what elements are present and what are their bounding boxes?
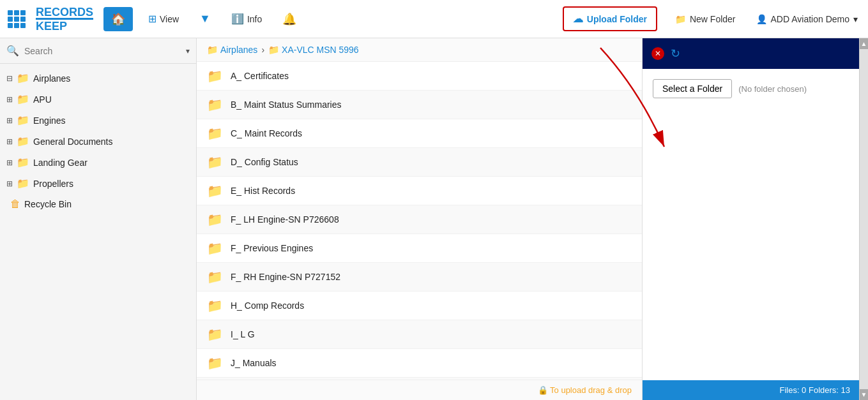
breadcrumb-airplanes[interactable]: 📁 Airplanes	[207, 45, 257, 55]
file-folder-icon: 📁	[207, 355, 223, 371]
no-folder-text: (No folder chosen)	[738, 84, 807, 94]
expand-icon: ⊞	[6, 158, 13, 167]
breadcrumb-separator: ›	[261, 45, 264, 55]
new-folder-icon: 📁	[675, 14, 686, 24]
sidebar-tree: ⊟📁Airplanes⊞📁APU⊞📁Engines⊞📁General Docum…	[0, 64, 196, 400]
expand-icon: ⊞	[6, 137, 13, 146]
file-folder-icon: 📁	[207, 298, 223, 313]
scrollbar[interactable]: ▲ ▼	[859, 38, 868, 400]
new-folder-button[interactable]: 📁 New Folder	[667, 9, 743, 29]
file-name: I_ L G	[231, 329, 255, 339]
file-name: H_ Comp Records	[231, 300, 304, 311]
sidebar: 🔍 ▾ ⊟📁Airplanes⊞📁APU⊞📁Engines⊞📁General D…	[0, 38, 197, 400]
table-row[interactable]: 📁H_ Comp Records	[197, 292, 642, 320]
user-icon: 👤	[756, 14, 767, 24]
bell-button[interactable]: 🔔	[277, 10, 301, 29]
right-panel: ✕ ↻ Select a Folder (No folder chosen) F…	[642, 38, 859, 400]
sidebar-item-label: General Documents	[33, 137, 113, 147]
folder-icon-2: 📁	[268, 45, 279, 55]
footer-bar: 🔒 To upload drag & drop	[197, 380, 642, 400]
sidebar-item-propellers[interactable]: ⊞📁Propellers	[0, 173, 196, 194]
info-button[interactable]: ℹ️ Info	[226, 10, 267, 27]
table-row[interactable]: 📁F_ Previous Engines	[197, 234, 642, 263]
sidebar-item-engines[interactable]: ⊞📁Engines	[0, 110, 196, 131]
search-dropdown-icon[interactable]: ▾	[186, 47, 190, 56]
file-name: F_ RH Engine-SN P727152	[231, 272, 340, 282]
sidebar-item-label: Recycle Bin	[24, 199, 72, 209]
sidebar-item-label: Landing Gear	[33, 158, 88, 168]
breadcrumb-msn[interactable]: 📁 XA-VLC MSN 5996	[268, 45, 359, 55]
folder-icon: 📁	[207, 45, 218, 55]
recycle-bin-icon: 🗑	[10, 198, 20, 210]
user-menu-button[interactable]: 👤 ADD Aviation Demo ▾	[754, 9, 860, 29]
file-folder-icon: 📁	[207, 154, 223, 170]
folder-icon: 📁	[17, 93, 29, 105]
select-folder-button[interactable]: Select a Folder	[653, 79, 732, 98]
folder-icon: 📁	[17, 72, 29, 84]
home-button[interactable]: 🏠	[103, 7, 133, 31]
filter-icon: ▼	[199, 12, 211, 26]
scroll-down-button[interactable]: ▼	[860, 389, 868, 400]
sidebar-item-label: Propellers	[33, 179, 73, 189]
folder-icon: 📁	[17, 156, 29, 168]
table-row[interactable]: 📁C_ Maint Records	[197, 119, 642, 148]
file-folder-icon: 📁	[207, 269, 223, 285]
panel-footer: Files: 0 Folders: 13	[643, 380, 859, 400]
file-folder-icon: 📁	[207, 97, 223, 112]
expand-icon: ⊟	[6, 74, 13, 83]
expand-icon: ⊞	[6, 95, 13, 104]
table-row[interactable]: 📁F_ LH Engine-SN P726608	[197, 205, 642, 234]
file-folder-icon: 📁	[207, 241, 223, 256]
view-icon: ⊞	[148, 13, 156, 25]
table-row[interactable]: 📁B_ Maint Status Summaries	[197, 91, 642, 119]
table-row[interactable]: 📁F_ RH Engine-SN P727152	[197, 263, 642, 292]
file-folder-icon: 📁	[207, 68, 223, 84]
folder-icon: 📁	[17, 177, 29, 189]
sidebar-item-apu[interactable]: ⊞📁APU	[0, 89, 196, 110]
logo: RECORDS KEEP	[36, 6, 93, 32]
table-row[interactable]: 📁I_ L G	[197, 320, 642, 349]
bell-icon: 🔔	[282, 12, 296, 26]
file-list: 📁A_ Certificates📁B_ Maint Status Summari…	[197, 62, 642, 380]
table-row[interactable]: 📁J_ Manuals	[197, 349, 642, 378]
panel-header: ✕ ↻	[643, 38, 859, 69]
sidebar-item-recycle-bin[interactable]: 🗑Recycle Bin	[0, 194, 196, 214]
sidebar-item-label: APU	[33, 94, 52, 105]
upload-folder-button[interactable]: ☁ Upload Folder	[563, 6, 657, 31]
sidebar-item-label: Airplanes	[33, 73, 70, 84]
expand-icon: ⊞	[6, 116, 13, 125]
file-name: D_ Config Status	[231, 157, 298, 167]
sidebar-item-landing-gear[interactable]: ⊞📁Landing Gear	[0, 152, 196, 173]
file-folder-icon: 📁	[207, 183, 223, 198]
table-row[interactable]: 📁D_ Config Status	[197, 148, 642, 177]
file-name: F_ LH Engine-SN P726608	[231, 214, 339, 225]
folder-icon: 📁	[17, 114, 29, 126]
scroll-up-button[interactable]: ▲	[860, 38, 868, 49]
apps-icon[interactable]	[8, 10, 26, 28]
upload-icon: ☁	[573, 13, 583, 25]
folder-icon: 📁	[17, 135, 29, 147]
file-name: E_ Hist Records	[231, 186, 295, 196]
file-folder-icon: 📁	[207, 212, 223, 227]
file-folder-icon: 📁	[207, 327, 223, 342]
sidebar-item-airplanes[interactable]: ⊟📁Airplanes	[0, 68, 196, 89]
table-row[interactable]: 📁E_ Hist Records	[197, 177, 642, 205]
info-icon: ℹ️	[231, 13, 244, 25]
search-input[interactable]	[24, 46, 181, 56]
file-name: J_ Manuals	[231, 358, 277, 368]
table-row[interactable]: 📁A_ Certificates	[197, 62, 642, 91]
file-name: A_ Certificates	[231, 71, 289, 81]
view-button[interactable]: ⊞ View	[143, 10, 184, 27]
search-bar: 🔍 ▾	[0, 38, 196, 64]
content-area: 📁 Airplanes › 📁 XA-VLC MSN 5996 📁A_ Cert…	[197, 38, 642, 400]
file-name: B_ Maint Status Summaries	[231, 100, 342, 110]
search-icon: 🔍	[6, 45, 19, 57]
sidebar-item-general-documents[interactable]: ⊞📁General Documents	[0, 131, 196, 152]
file-name: C_ Maint Records	[231, 128, 302, 138]
panel-body: Select a Folder (No folder chosen)	[643, 69, 859, 108]
filter-button[interactable]: ▼	[194, 10, 216, 28]
panel-close-button[interactable]: ✕	[651, 47, 664, 60]
panel-refresh-icon[interactable]: ↻	[671, 47, 680, 61]
file-name: F_ Previous Engines	[231, 243, 313, 253]
main-layout: 🔍 ▾ ⊟📁Airplanes⊞📁APU⊞📁Engines⊞📁General D…	[0, 38, 868, 400]
